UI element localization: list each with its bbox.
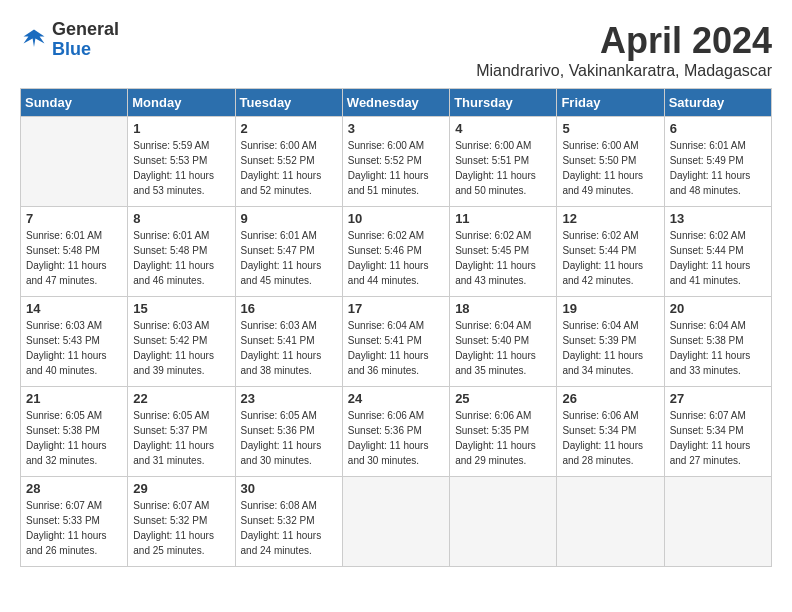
calendar-cell: 24Sunrise: 6:06 AM Sunset: 5:36 PM Dayli… — [342, 387, 449, 477]
day-detail: Sunrise: 6:08 AM Sunset: 5:32 PM Dayligh… — [241, 498, 337, 558]
day-number: 6 — [670, 121, 766, 136]
day-number: 28 — [26, 481, 122, 496]
day-number: 10 — [348, 211, 444, 226]
calendar-cell: 28Sunrise: 6:07 AM Sunset: 5:33 PM Dayli… — [21, 477, 128, 567]
day-detail: Sunrise: 6:03 AM Sunset: 5:41 PM Dayligh… — [241, 318, 337, 378]
day-detail: Sunrise: 6:07 AM Sunset: 5:34 PM Dayligh… — [670, 408, 766, 468]
calendar-cell: 6Sunrise: 6:01 AM Sunset: 5:49 PM Daylig… — [664, 117, 771, 207]
logo: General Blue — [20, 20, 119, 60]
calendar-cell: 13Sunrise: 6:02 AM Sunset: 5:44 PM Dayli… — [664, 207, 771, 297]
day-detail: Sunrise: 6:00 AM Sunset: 5:50 PM Dayligh… — [562, 138, 658, 198]
calendar-cell: 2Sunrise: 6:00 AM Sunset: 5:52 PM Daylig… — [235, 117, 342, 207]
calendar-cell: 29Sunrise: 6:07 AM Sunset: 5:32 PM Dayli… — [128, 477, 235, 567]
day-number: 18 — [455, 301, 551, 316]
day-detail: Sunrise: 5:59 AM Sunset: 5:53 PM Dayligh… — [133, 138, 229, 198]
day-detail: Sunrise: 6:04 AM Sunset: 5:41 PM Dayligh… — [348, 318, 444, 378]
day-detail: Sunrise: 6:06 AM Sunset: 5:34 PM Dayligh… — [562, 408, 658, 468]
day-number: 4 — [455, 121, 551, 136]
calendar-cell: 14Sunrise: 6:03 AM Sunset: 5:43 PM Dayli… — [21, 297, 128, 387]
calendar-cell: 30Sunrise: 6:08 AM Sunset: 5:32 PM Dayli… — [235, 477, 342, 567]
logo-general: General — [52, 20, 119, 40]
day-number: 26 — [562, 391, 658, 406]
day-number: 9 — [241, 211, 337, 226]
day-detail: Sunrise: 6:06 AM Sunset: 5:35 PM Dayligh… — [455, 408, 551, 468]
day-detail: Sunrise: 6:05 AM Sunset: 5:37 PM Dayligh… — [133, 408, 229, 468]
day-detail: Sunrise: 6:04 AM Sunset: 5:40 PM Dayligh… — [455, 318, 551, 378]
month-title: April 2024 — [476, 20, 772, 62]
location-title: Miandrarivo, Vakinankaratra, Madagascar — [476, 62, 772, 80]
day-number: 12 — [562, 211, 658, 226]
day-detail: Sunrise: 6:05 AM Sunset: 5:38 PM Dayligh… — [26, 408, 122, 468]
calendar-cell: 11Sunrise: 6:02 AM Sunset: 5:45 PM Dayli… — [450, 207, 557, 297]
weekday-header-sunday: Sunday — [21, 89, 128, 117]
calendar-cell: 10Sunrise: 6:02 AM Sunset: 5:46 PM Dayli… — [342, 207, 449, 297]
day-number: 19 — [562, 301, 658, 316]
title-block: April 2024 Miandrarivo, Vakinankaratra, … — [476, 20, 772, 80]
day-number: 15 — [133, 301, 229, 316]
day-detail: Sunrise: 6:01 AM Sunset: 5:48 PM Dayligh… — [133, 228, 229, 288]
day-number: 13 — [670, 211, 766, 226]
calendar-cell — [450, 477, 557, 567]
calendar-week-row: 14Sunrise: 6:03 AM Sunset: 5:43 PM Dayli… — [21, 297, 772, 387]
day-detail: Sunrise: 6:01 AM Sunset: 5:48 PM Dayligh… — [26, 228, 122, 288]
calendar-cell: 12Sunrise: 6:02 AM Sunset: 5:44 PM Dayli… — [557, 207, 664, 297]
calendar-cell: 5Sunrise: 6:00 AM Sunset: 5:50 PM Daylig… — [557, 117, 664, 207]
day-detail: Sunrise: 6:04 AM Sunset: 5:39 PM Dayligh… — [562, 318, 658, 378]
day-detail: Sunrise: 6:07 AM Sunset: 5:33 PM Dayligh… — [26, 498, 122, 558]
calendar-cell — [557, 477, 664, 567]
day-number: 16 — [241, 301, 337, 316]
weekday-header-saturday: Saturday — [664, 89, 771, 117]
weekday-header-monday: Monday — [128, 89, 235, 117]
weekday-header-wednesday: Wednesday — [342, 89, 449, 117]
calendar-cell: 15Sunrise: 6:03 AM Sunset: 5:42 PM Dayli… — [128, 297, 235, 387]
day-number: 29 — [133, 481, 229, 496]
weekday-header-thursday: Thursday — [450, 89, 557, 117]
day-number: 3 — [348, 121, 444, 136]
calendar-cell: 17Sunrise: 6:04 AM Sunset: 5:41 PM Dayli… — [342, 297, 449, 387]
day-number: 8 — [133, 211, 229, 226]
calendar-header: SundayMondayTuesdayWednesdayThursdayFrid… — [21, 89, 772, 117]
calendar-week-row: 28Sunrise: 6:07 AM Sunset: 5:33 PM Dayli… — [21, 477, 772, 567]
day-number: 5 — [562, 121, 658, 136]
day-detail: Sunrise: 6:02 AM Sunset: 5:46 PM Dayligh… — [348, 228, 444, 288]
day-detail: Sunrise: 6:02 AM Sunset: 5:44 PM Dayligh… — [562, 228, 658, 288]
weekday-header-row: SundayMondayTuesdayWednesdayThursdayFrid… — [21, 89, 772, 117]
day-detail: Sunrise: 6:02 AM Sunset: 5:45 PM Dayligh… — [455, 228, 551, 288]
day-number: 23 — [241, 391, 337, 406]
day-number: 7 — [26, 211, 122, 226]
day-number: 11 — [455, 211, 551, 226]
day-number: 1 — [133, 121, 229, 136]
calendar-cell: 23Sunrise: 6:05 AM Sunset: 5:36 PM Dayli… — [235, 387, 342, 477]
logo-bird-icon — [20, 26, 48, 54]
calendar-cell — [664, 477, 771, 567]
calendar-cell: 3Sunrise: 6:00 AM Sunset: 5:52 PM Daylig… — [342, 117, 449, 207]
calendar-cell: 9Sunrise: 6:01 AM Sunset: 5:47 PM Daylig… — [235, 207, 342, 297]
calendar-body: 1Sunrise: 5:59 AM Sunset: 5:53 PM Daylig… — [21, 117, 772, 567]
day-detail: Sunrise: 6:05 AM Sunset: 5:36 PM Dayligh… — [241, 408, 337, 468]
calendar-cell: 22Sunrise: 6:05 AM Sunset: 5:37 PM Dayli… — [128, 387, 235, 477]
calendar-cell: 8Sunrise: 6:01 AM Sunset: 5:48 PM Daylig… — [128, 207, 235, 297]
day-number: 30 — [241, 481, 337, 496]
svg-marker-0 — [24, 29, 45, 47]
day-detail: Sunrise: 6:03 AM Sunset: 5:43 PM Dayligh… — [26, 318, 122, 378]
day-number: 20 — [670, 301, 766, 316]
calendar-week-row: 1Sunrise: 5:59 AM Sunset: 5:53 PM Daylig… — [21, 117, 772, 207]
day-number: 14 — [26, 301, 122, 316]
calendar-table: SundayMondayTuesdayWednesdayThursdayFrid… — [20, 88, 772, 567]
calendar-week-row: 21Sunrise: 6:05 AM Sunset: 5:38 PM Dayli… — [21, 387, 772, 477]
calendar-cell: 25Sunrise: 6:06 AM Sunset: 5:35 PM Dayli… — [450, 387, 557, 477]
calendar-cell: 7Sunrise: 6:01 AM Sunset: 5:48 PM Daylig… — [21, 207, 128, 297]
calendar-cell: 20Sunrise: 6:04 AM Sunset: 5:38 PM Dayli… — [664, 297, 771, 387]
calendar-cell — [342, 477, 449, 567]
calendar-cell: 19Sunrise: 6:04 AM Sunset: 5:39 PM Dayli… — [557, 297, 664, 387]
calendar-cell: 18Sunrise: 6:04 AM Sunset: 5:40 PM Dayli… — [450, 297, 557, 387]
calendar-week-row: 7Sunrise: 6:01 AM Sunset: 5:48 PM Daylig… — [21, 207, 772, 297]
calendar-cell — [21, 117, 128, 207]
day-detail: Sunrise: 6:00 AM Sunset: 5:52 PM Dayligh… — [348, 138, 444, 198]
weekday-header-tuesday: Tuesday — [235, 89, 342, 117]
day-number: 22 — [133, 391, 229, 406]
day-number: 24 — [348, 391, 444, 406]
day-detail: Sunrise: 6:01 AM Sunset: 5:47 PM Dayligh… — [241, 228, 337, 288]
calendar-cell: 4Sunrise: 6:00 AM Sunset: 5:51 PM Daylig… — [450, 117, 557, 207]
logo-blue: Blue — [52, 40, 119, 60]
